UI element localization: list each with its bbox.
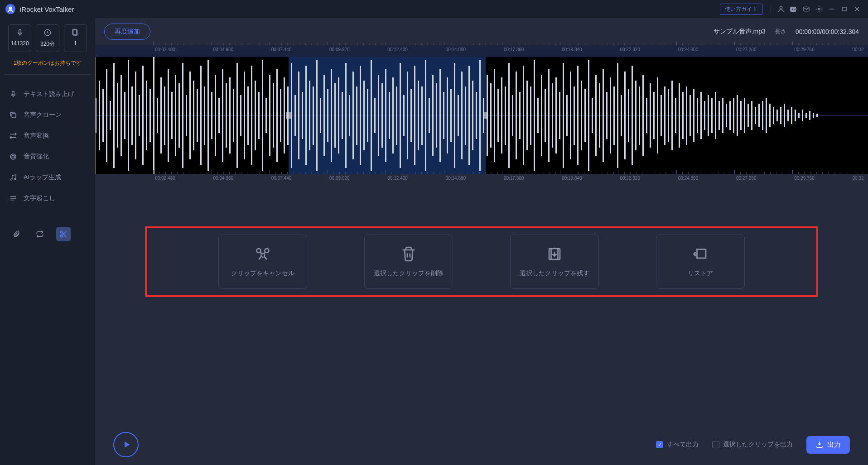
nav-enhance[interactable]: 音質強化 [5, 146, 91, 167]
svg-point-17 [14, 178, 16, 180]
settings-icon[interactable] [814, 4, 825, 14]
nav-label: 音声変換 [24, 132, 49, 140]
restore-button[interactable]: リストア [656, 235, 745, 289]
main-topbar: 再度追加 サンプル音声.mp3 長さ 00:00:00/00:00:32.304 [95, 18, 868, 45]
nav-label: 文字起こし [24, 194, 55, 202]
action-label: 選択したクリップを残す [520, 269, 589, 278]
svg-rect-8 [19, 29, 21, 33]
waveform[interactable] [95, 57, 868, 174]
action-label: クリップをキャンセル [231, 269, 294, 278]
credit-minutes[interactable]: 320分 [36, 24, 59, 52]
footer: すべて出力 選択したクリップを出力 出力 [95, 424, 868, 465]
user-icon[interactable] [776, 4, 786, 14]
time-display: 00:00:00/00:00:32.304 [796, 28, 859, 35]
svg-point-19 [60, 235, 63, 237]
delete-clip-button[interactable]: 選択したクリップを削除 [364, 235, 453, 289]
main-panel: 再度追加 サンプル音声.mp3 長さ 00:00:00/00:00:32.304… [95, 18, 868, 465]
export-button[interactable]: 出力 [806, 436, 850, 454]
add-again-button[interactable]: 再度追加 [104, 24, 150, 40]
svg-point-3 [818, 8, 820, 10]
export-selected-checkbox[interactable]: 選択したクリップを出力 [712, 441, 793, 449]
svg-point-1 [780, 7, 782, 9]
nav-tts[interactable]: テキスト読み上げ [5, 84, 91, 105]
mail-icon[interactable] [801, 4, 812, 14]
maximize-icon[interactable] [839, 4, 850, 14]
checkbox-icon [712, 441, 719, 448]
action-label: リストア [688, 269, 713, 278]
svg-rect-13 [12, 114, 16, 118]
credit-characters[interactable]: 141320 [8, 24, 31, 52]
svg-point-15 [10, 154, 16, 159]
timeline-ruler-top[interactable]: 00:02.48000:04.96000:07.44000:09.92000:1… [95, 45, 868, 57]
length-label: 長さ [775, 28, 786, 36]
discord-icon[interactable] [788, 4, 799, 14]
app-title: iRocket VoxTalker [20, 5, 74, 13]
svg-point-16 [11, 179, 12, 180]
check-label: 選択したクリップを出力 [723, 441, 793, 449]
cancel-clip-button[interactable]: クリップをキャンセル [218, 235, 307, 289]
nav-label: テキスト読み上げ [24, 90, 74, 98]
credit-value: 141320 [10, 40, 29, 47]
svg-rect-32 [697, 249, 706, 259]
checkbox-icon [656, 441, 663, 448]
svg-point-0 [9, 7, 12, 10]
svg-rect-12 [12, 91, 14, 95]
nav-clone[interactable]: 音声クローン [5, 105, 91, 125]
nav-label: 音声クローン [24, 111, 62, 119]
nav-label: 音質強化 [24, 153, 49, 161]
export-all-checkbox[interactable]: すべて出力 [656, 441, 699, 449]
cut-icon[interactable] [56, 227, 71, 241]
credit-docs[interactable]: 1 [64, 24, 87, 52]
timeline-ruler-bottom[interactable]: 00:02.48000:04.96000:07.44000:09.92000:1… [95, 174, 868, 186]
waveform-bars [95, 57, 868, 174]
playhead[interactable] [95, 57, 96, 174]
play-button[interactable] [113, 432, 139, 457]
credits-row: 141320 320分 1 [5, 24, 91, 57]
nav-label: AIラップ生成 [24, 173, 61, 182]
clip-actions-highlight: クリップをキャンセル 選択したクリップを削除 選択したクリップを残す リストア [145, 226, 818, 297]
nav-convert[interactable]: 音声変換 [5, 125, 91, 146]
check-label: すべて出力 [667, 441, 699, 449]
nav-transcribe[interactable]: 文字起こし [5, 188, 91, 209]
attach-icon[interactable] [9, 227, 24, 241]
sidebar: 141320 320分 1 1枚のクーポンはお持ちです テキスト読み上げ音声クロ… [0, 18, 95, 465]
nav-rap[interactable]: AIラップ生成 [5, 167, 91, 188]
bottom-tools [5, 222, 91, 246]
divider [771, 5, 771, 13]
coupon-notice[interactable]: 1枚のクーポンはお持ちです [5, 57, 91, 75]
action-label: 選択したクリップを削除 [374, 269, 444, 278]
guide-button[interactable]: 使い方ガイド [720, 4, 762, 15]
app-logo [5, 4, 15, 14]
close-icon[interactable] [852, 4, 863, 14]
filename: サンプル音声.mp3 [714, 28, 766, 36]
waveform-area[interactable]: 00:02.48000:04.96000:07.44000:09.92000:1… [95, 45, 868, 186]
loop-icon[interactable] [33, 227, 47, 241]
credit-value: 320分 [38, 40, 57, 48]
export-label: 出力 [827, 441, 841, 449]
keep-clip-button[interactable]: 選択したクリップを残す [510, 235, 599, 289]
credit-value: 1 [66, 40, 85, 47]
titlebar: iRocket VoxTalker 使い方ガイド [0, 0, 868, 18]
minimize-icon[interactable] [826, 4, 837, 14]
svg-point-14 [12, 155, 14, 158]
svg-point-18 [60, 231, 63, 233]
svg-rect-5 [843, 7, 846, 11]
